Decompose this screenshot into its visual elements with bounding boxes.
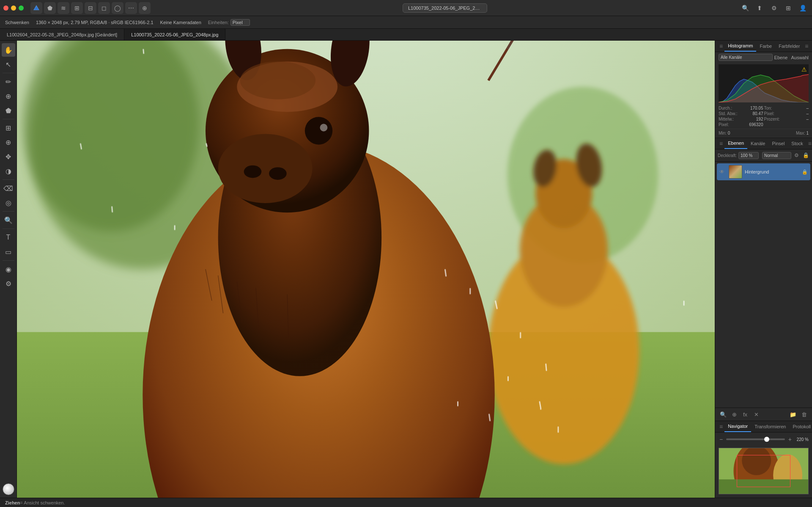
dodge-tool[interactable]: ◑: [2, 164, 15, 178]
svg-rect-42: [457, 401, 458, 406]
tab-farbfelder[interactable]: Farbfelder: [775, 41, 803, 51]
view-auswahl[interactable]: Auswahl: [791, 55, 809, 60]
folder-button[interactable]: 📁: [788, 410, 798, 419]
crop-tool[interactable]: ⊞: [2, 121, 15, 135]
grid-icon[interactable]: ⊞: [782, 2, 794, 14]
tab-bar: L1002604_2022-05-28_JPEG_2048px.jpg [Geä…: [0, 29, 812, 41]
tab-pinsel[interactable]: Pinsel: [768, 138, 788, 149]
svg-rect-40: [557, 427, 559, 433]
tab-kanaele[interactable]: Kanäle: [747, 138, 768, 149]
add-layer-button[interactable]: ⊕: [730, 410, 739, 419]
mask-layer-button[interactable]: ✕: [752, 410, 761, 419]
hand-tool[interactable]: ✋: [2, 43, 15, 57]
user-icon[interactable]: 👤: [797, 2, 809, 14]
histogram-panel-menu[interactable]: ≡: [803, 43, 810, 50]
stat-pixel2: Pixel: 696320: [719, 122, 763, 127]
persona-icon-4[interactable]: ⊟: [85, 2, 96, 14]
units-select[interactable]: Pixel cm mm Zoll: [230, 19, 250, 26]
layer-item[interactable]: 👁 Hintergrund 🔒: [717, 163, 810, 180]
tab-navigator[interactable]: Navigator: [724, 421, 751, 432]
opacity-input[interactable]: 100 %: [738, 152, 759, 159]
shape2-tool[interactable]: ▭: [2, 245, 15, 259]
search-layer-button[interactable]: 🔍: [719, 410, 728, 419]
tab-protokoll[interactable]: Protokoll: [789, 422, 812, 432]
persona-icon-8[interactable]: ⊕: [139, 2, 151, 14]
svg-point-25: [240, 61, 315, 99]
layer-lock-icon[interactable]: 🔒: [802, 151, 809, 160]
text-tool[interactable]: T: [2, 231, 15, 244]
layers-panel-menu[interactable]: ≡: [807, 140, 812, 147]
histogram-panel-collapse[interactable]: ≡: [718, 43, 724, 50]
navigator-zoom-controls: − + 220 %: [715, 433, 812, 446]
tab-histogramm[interactable]: Histogramm: [724, 41, 756, 52]
layer-thumbnail: [729, 165, 742, 179]
tab-file-1[interactable]: L1002604_2022-05-28_JPEG_2048px.jpg [Geä…: [0, 29, 124, 40]
stat-min: Min: 0: [719, 131, 730, 135]
zoom-tool[interactable]: 🔍: [2, 213, 15, 227]
minimize-button[interactable]: [11, 6, 16, 11]
stat-durch-label: Durch.:: [719, 106, 732, 110]
tab-transformieren[interactable]: Transformieren: [751, 422, 789, 432]
fullscreen-button[interactable]: [19, 6, 24, 11]
eraser-tool[interactable]: ⌫: [2, 182, 15, 195]
transform-tool[interactable]: ⊕: [2, 89, 15, 103]
persona-icon-5[interactable]: ◻: [98, 2, 110, 14]
persona-icon-6[interactable]: ◯: [112, 2, 123, 14]
blend-mode-select[interactable]: Normal Multiplizieren Bildschirm Überlag…: [762, 152, 791, 159]
persona-icon-2[interactable]: ≋: [58, 2, 69, 14]
persona-icon-7[interactable]: ⋯: [125, 2, 137, 14]
delete-layer-button[interactable]: 🗑: [799, 410, 809, 419]
tool-name: Schwenken: [5, 20, 29, 25]
paint-tool[interactable]: ✏: [2, 75, 15, 88]
histogram-minmax: Min: 0 Max: 1: [715, 129, 812, 138]
view-ebene[interactable]: Ebene: [774, 55, 788, 60]
stat-durch-value: 170.05: [750, 106, 763, 110]
navigator-thumbnail[interactable]: [719, 448, 809, 494]
tab-ebenen[interactable]: Ebenen: [724, 138, 747, 149]
layers-section: ≡ Ebenen Kanäle Pinsel Stock ≡ Deckkraft…: [715, 138, 812, 421]
shape-tool[interactable]: ⬟: [2, 104, 15, 117]
filter-tool[interactable]: ◉: [2, 262, 15, 276]
clone-tool[interactable]: ⊕: [2, 135, 15, 149]
tab-label-2: L1000735_2022-05-06_JPEG_2048px.jpg: [131, 32, 218, 37]
persona-icon-1[interactable]: ⬟: [44, 2, 56, 14]
search-icon[interactable]: 🔍: [739, 2, 751, 14]
layers-panel-collapse[interactable]: ≡: [718, 140, 724, 147]
canvas-area[interactable]: [17, 41, 715, 498]
navigator-collapse[interactable]: ≡: [718, 423, 724, 430]
camera-info: Keine Kameradaten: [160, 20, 201, 25]
stat-ton: Ton: –: [764, 106, 809, 110]
heal-tool[interactable]: ✥: [2, 150, 15, 163]
zoom-slider-thumb[interactable]: [764, 437, 769, 442]
max-label: Max:: [796, 131, 805, 135]
tab-stock[interactable]: Stock: [788, 138, 807, 149]
settings-icon[interactable]: ⚙: [768, 2, 780, 14]
channel-select[interactable]: Alle Kanäle Rot Grün Blau: [719, 54, 773, 61]
zoom-slider[interactable]: [726, 438, 785, 440]
histogram-view-group: Ebene Auswahl: [774, 55, 809, 60]
close-button[interactable]: [3, 6, 8, 11]
stat-ton-value: –: [806, 106, 809, 110]
stat-mittelw: Mittelw.: 192: [719, 117, 763, 121]
stat-prozent: Prozent: –: [764, 117, 809, 121]
persona-icon-3[interactable]: ⊞: [71, 2, 83, 14]
layer-visibility-icon[interactable]: 👁: [719, 169, 726, 175]
stat-std-abw-label: Std. Abw.:: [719, 111, 737, 116]
active-file-tab[interactable]: L1000735_2022-05-06_JPEG_2048px.jpg: [403, 3, 487, 13]
histogram-warning-icon: ⚠: [801, 66, 807, 73]
blend-settings-icon[interactable]: ⚙: [793, 151, 800, 160]
camera-label: Keine Kameradaten: [160, 20, 201, 25]
zoom-out-button[interactable]: −: [719, 435, 724, 444]
tab-farbe[interactable]: Farbe: [756, 41, 775, 51]
tab-file-2[interactable]: L1000735_2022-05-06_JPEG_2048px.jpg: [124, 29, 225, 40]
color-swatch-fg[interactable]: [3, 483, 14, 495]
settings-tool[interactable]: ⚙: [2, 277, 15, 290]
navigator-section: ≡ Navigator Transformieren Protokoll − +…: [715, 421, 812, 498]
zoom-in-button[interactable]: +: [787, 435, 793, 444]
select-tool[interactable]: ↖: [2, 58, 15, 71]
stat-pixel-label-row: Pixel: –: [764, 111, 809, 116]
units-selector[interactable]: Einheiten: Pixel cm mm Zoll: [208, 19, 250, 26]
share-icon[interactable]: ⬆: [754, 2, 765, 14]
group-layer-button[interactable]: fx: [741, 410, 750, 419]
blur-tool[interactable]: ◎: [2, 196, 15, 209]
